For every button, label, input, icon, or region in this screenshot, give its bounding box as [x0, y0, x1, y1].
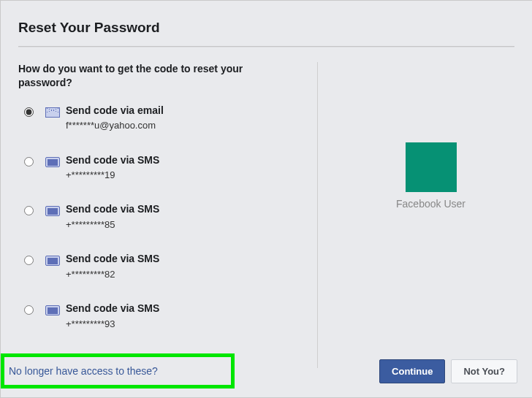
option-sub: +*********93 — [66, 317, 159, 332]
footer: No longer have access to these? Continue… — [1, 345, 532, 397]
option-sms-1[interactable]: Send code via SMS +*********19 — [18, 153, 304, 183]
radio-sms-2[interactable] — [24, 206, 34, 215]
button-group: Continue Not You? — [379, 359, 517, 383]
not-you-button[interactable]: Not You? — [451, 359, 517, 383]
option-email[interactable]: Send code via email f*******u@yahoo.com — [18, 103, 304, 134]
option-sms-4[interactable]: Send code via SMS +*********93 — [18, 301, 304, 332]
avatar — [406, 142, 457, 192]
phone-icon — [45, 157, 60, 167]
no-access-link[interactable]: No longer have access to these? — [9, 365, 158, 377]
option-sub: +*********85 — [66, 218, 159, 232]
option-label: Send code via SMS +*********85 — [66, 202, 159, 232]
options-panel: How do you want to get the code to reset… — [18, 62, 318, 368]
body: How do you want to get the code to reset… — [1, 52, 532, 368]
user-name: Facebook User — [396, 198, 466, 210]
option-sub: +*********82 — [66, 267, 159, 282]
divider — [18, 46, 514, 47]
phone-icon — [45, 206, 60, 216]
option-sms-2[interactable]: Send code via SMS +*********85 — [18, 202, 304, 232]
phone-icon — [45, 305, 60, 315]
continue-button[interactable]: Continue — [379, 359, 445, 383]
mail-icon — [45, 107, 60, 118]
radio-sms-1[interactable] — [24, 157, 34, 167]
question-text: How do you want to get the code to reset… — [18, 62, 259, 90]
reset-password-card: Reset Your Password How do you want to g… — [0, 0, 532, 398]
radio-sms-3[interactable] — [24, 256, 34, 265]
page-title: Reset Your Password — [1, 1, 532, 46]
options-list: Send code via email f*******u@yahoo.com … — [18, 103, 304, 332]
option-label: Send code via email f*******u@yahoo.com — [66, 103, 164, 134]
no-access-highlight: No longer have access to these? — [1, 353, 235, 389]
radio-email[interactable] — [24, 107, 34, 117]
phone-icon — [45, 256, 60, 266]
option-sub: +*********19 — [66, 168, 159, 183]
option-sub: f*******u@yahoo.com — [66, 118, 164, 133]
option-label: Send code via SMS +*********82 — [66, 251, 159, 282]
option-sms-3[interactable]: Send code via SMS +*********82 — [18, 251, 304, 282]
option-label: Send code via SMS +*********19 — [66, 153, 159, 183]
option-label: Send code via SMS +*********93 — [66, 301, 159, 332]
user-panel: Facebook User — [318, 62, 514, 368]
radio-sms-4[interactable] — [24, 305, 34, 315]
